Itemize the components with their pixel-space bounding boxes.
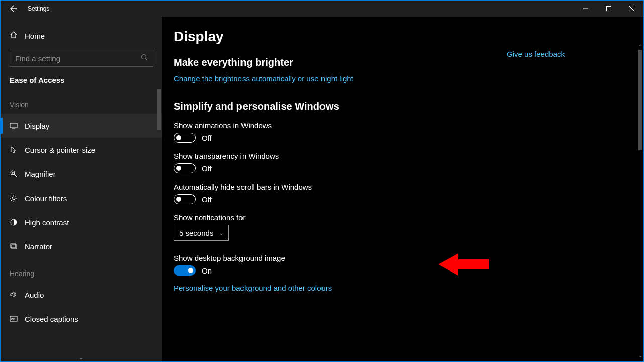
- notifications-label: Show notifications for: [174, 213, 643, 222]
- transparency-toggle[interactable]: [174, 163, 196, 173]
- section-simplify-heading: Simplify and personalise Windows: [174, 101, 643, 112]
- animations-state: Off: [202, 134, 212, 142]
- desktop-bg-state: On: [202, 266, 212, 275]
- svg-line-5: [146, 59, 148, 61]
- sidebar-scrollbar[interactable]: [157, 89, 161, 130]
- svg-point-12: [12, 197, 15, 200]
- group-hearing: Hearing: [1, 258, 162, 283]
- monitor-icon: [10, 122, 18, 130]
- svg-line-20: [16, 196, 17, 197]
- svg-rect-1: [607, 7, 611, 11]
- sidebar-item-label: Magnifier: [25, 170, 56, 178]
- personalise-link[interactable]: Personalise your background and other co…: [174, 284, 332, 292]
- group-vision: Vision: [1, 89, 162, 114]
- sidebar-item-magnifier[interactable]: Magnifier: [1, 162, 162, 186]
- narrator-icon: [10, 242, 18, 250]
- chevron-down-icon[interactable]: ⌄: [1, 355, 162, 360]
- search-icon: [141, 54, 148, 63]
- notifications-dropdown[interactable]: 5 seconds ⌄: [174, 225, 229, 241]
- sidebar-item-narrator[interactable]: Narrator: [1, 234, 162, 258]
- svg-line-18: [16, 200, 17, 201]
- sidebar-item-label: Cursor & pointer size: [25, 146, 95, 154]
- desktop-bg-label: Show desktop background image: [174, 254, 643, 262]
- sidebar-item-label: Closed captions: [25, 315, 78, 323]
- search-box[interactable]: [10, 50, 153, 67]
- feedback-link[interactable]: Give us feedback: [507, 50, 565, 58]
- sidebar-item-label: Display: [25, 122, 49, 130]
- scrollbars-label: Automatically hide scroll bars in Window…: [174, 183, 643, 191]
- window-title: Settings: [28, 5, 49, 12]
- svg-line-9: [14, 174, 17, 177]
- sidebar-item-colour-filters[interactable]: Colour filters: [1, 186, 162, 210]
- scrollbars-toggle[interactable]: [174, 194, 196, 204]
- sidebar-item-high-contrast[interactable]: High contrast: [1, 210, 162, 234]
- titlebar: Settings: [1, 1, 643, 17]
- sidebar-item-label: Colour filters: [25, 194, 67, 203]
- svg-line-19: [11, 200, 12, 201]
- svg-line-17: [11, 196, 12, 197]
- magnifier-icon: [10, 170, 18, 178]
- speaker-icon: [10, 291, 18, 299]
- sidebar-item-closed-captions[interactable]: cc Closed captions: [1, 307, 162, 331]
- cursor-icon: [10, 146, 18, 154]
- captions-icon: cc: [10, 315, 18, 323]
- minimize-button[interactable]: [574, 1, 597, 17]
- notifications-value: 5 seconds: [179, 229, 213, 237]
- back-button[interactable]: [1, 1, 25, 17]
- chevron-down-icon[interactable]: ⌄: [638, 353, 643, 358]
- svg-text:cc: cc: [11, 317, 15, 321]
- sidebar-item-cursor[interactable]: Cursor & pointer size: [1, 138, 162, 162]
- window-controls: [574, 1, 643, 17]
- brightness-link[interactable]: Change the brightness automatically or u…: [174, 74, 353, 83]
- sidebar-home[interactable]: Home: [1, 26, 162, 50]
- animations-label: Show animations in Windows: [174, 121, 643, 130]
- sidebar: Home Ease of Access ⌃ Vision Display Cur…: [1, 1, 162, 361]
- transparency-state: Off: [202, 164, 212, 173]
- sidebar-item-label: Audio: [25, 291, 44, 299]
- home-label: Home: [25, 32, 45, 40]
- content-pane: Display Give us feedback Make everything…: [162, 1, 643, 361]
- sidebar-item-display[interactable]: Display: [1, 114, 162, 138]
- contrast-icon: [10, 218, 18, 226]
- sidebar-nav: ⌃ Vision Display Cursor & pointer size M…: [1, 89, 162, 361]
- maximize-button[interactable]: [597, 1, 620, 17]
- sidebar-item-label: High contrast: [25, 218, 69, 227]
- close-button[interactable]: [620, 1, 643, 17]
- content-scrollbar-track[interactable]: [638, 50, 642, 351]
- search-input[interactable]: [15, 54, 141, 63]
- desktop-bg-toggle[interactable]: [174, 265, 196, 276]
- category-header: Ease of Access: [1, 76, 162, 89]
- section-brightness-heading: Make everything brighter: [174, 57, 643, 68]
- transparency-label: Show transparency in Windows: [174, 152, 643, 160]
- brightness-icon: [10, 194, 18, 202]
- chevron-down-icon: ⌄: [219, 230, 223, 236]
- animations-toggle[interactable]: [174, 133, 196, 143]
- home-icon: [10, 31, 18, 41]
- sidebar-item-label: Narrator: [25, 242, 52, 251]
- chevron-up-icon[interactable]: ⌃: [638, 44, 643, 49]
- content-scrollbar-thumb[interactable]: [638, 50, 642, 150]
- sidebar-item-audio[interactable]: Audio: [1, 283, 162, 307]
- arrow-left-icon: [9, 5, 17, 13]
- svg-point-4: [142, 55, 146, 59]
- svg-rect-6: [10, 123, 17, 128]
- scrollbars-state: Off: [202, 195, 212, 204]
- page-title: Display: [174, 29, 643, 45]
